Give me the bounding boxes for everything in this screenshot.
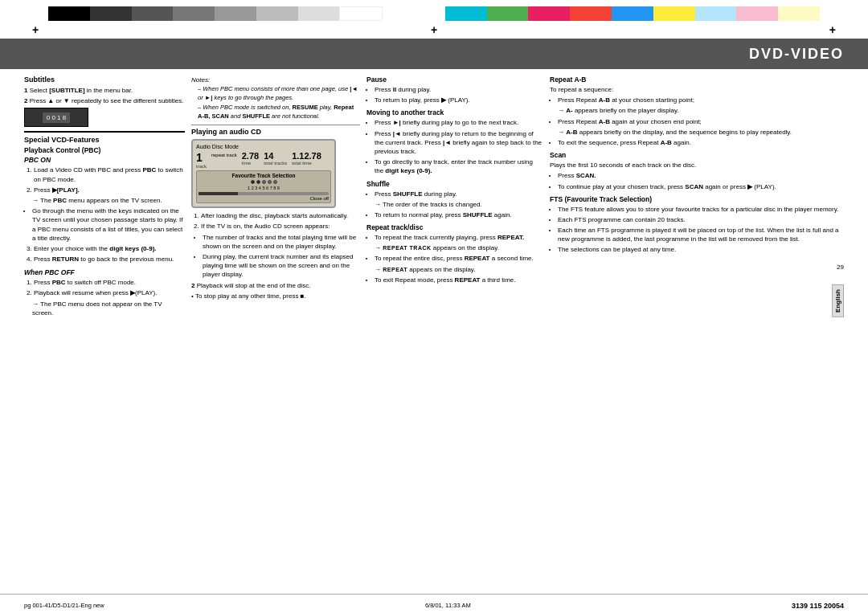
close-off-label: Close off — [309, 196, 329, 201]
fav-dot-2 — [256, 180, 260, 184]
fav-dot-1 — [251, 180, 255, 184]
audio-bullet1: The number of tracks and the total playi… — [203, 233, 360, 251]
shuffle-items: Press SHUFFLE during play. — [366, 190, 543, 198]
shuffle-item2: To return to normal play, press SHUFFLE … — [375, 210, 543, 219]
footer-product-code: 3139 115 20054 — [792, 602, 844, 610]
note1: When PBC menu consists of more than one … — [191, 85, 360, 102]
col-right: English Repeat A-B To repeat a sequence:… — [550, 76, 844, 587]
audio-step-playback: 2 Playback will stop at the end of the d… — [191, 281, 360, 290]
pbc-off-heading: When PBC OFF — [24, 268, 185, 276]
repeat-ab-intro: To repeat a sequence: — [550, 85, 844, 94]
header-bar: DVD-VIDEO — [0, 39, 868, 69]
registration-marks: + + + — [0, 21, 868, 39]
cd-track-num: 1 — [196, 151, 207, 164]
color-block-red — [570, 6, 612, 21]
subtitle-display: 0 0 1 8 — [24, 108, 88, 127]
moving-item2: Press |◄ briefly during play to return t… — [375, 129, 543, 157]
color-block-gray3 — [215, 6, 256, 21]
pbc-off-steps: Press PBC to switch off PBC mode. Playba… — [24, 278, 185, 297]
pbc-step4: Press RETURN to go back to the previous … — [34, 255, 185, 264]
cd-display-top: Audio Disc Mode — [196, 144, 331, 149]
color-block-ltpink — [736, 6, 778, 21]
pbc-arrow1: The PBC menu appears on the TV screen. — [24, 196, 185, 205]
note2: When PBC mode is switched on, RESUME pla… — [191, 104, 360, 121]
repeat-track-items: To repeat the track currently playing, p… — [366, 233, 543, 242]
pbc-on-steps: Load a Video CD with PBC and press PBC t… — [24, 166, 185, 194]
shuffle-items2: To return to normal play, press SHUFFLE … — [366, 210, 543, 219]
scan-intro: Plays the first 10 seconds of each track… — [550, 161, 844, 170]
audio-cd-bullets: The number of tracks and the total playi… — [191, 233, 360, 280]
cd-mode-label: Audio Disc Mode — [196, 144, 239, 149]
audio-bullet2: During play, the current track number an… — [203, 252, 360, 280]
cd-total-time-info: 1.12.78 total time — [292, 151, 321, 169]
subtitles-section: Subtitles 1 Select [SUBTITLE] in the men… — [24, 76, 185, 127]
footer: pg 001-41/D5-D1/21-Eng new 6/8/01, 11:33… — [0, 594, 868, 613]
fts-item4: The selections can be played at any time… — [558, 245, 844, 254]
pause-item2: To return to play, press ▶ (PLAY). — [375, 96, 543, 104]
moving-item1: Press ►| briefly during play to go to th… — [375, 118, 543, 127]
cd-display: Audio Disc Mode 1 track repeat track 2.7… — [191, 139, 336, 208]
color-block-dark — [90, 6, 132, 21]
pbc-off-step1: Press PBC to switch off PBC mode. — [34, 278, 185, 287]
scan-item2: To continue play at your chosen track, p… — [558, 182, 844, 191]
special-vcd-section: Special VCD-Features Playback Control (P… — [24, 131, 185, 317]
divider — [191, 125, 360, 125]
repeat-ab-items: Press Repeat A-B at your chosen starting… — [550, 96, 844, 104]
color-block-cyan — [445, 6, 487, 21]
subtitles-step2: 2 Press ▲ or ▼ repeatedly to see the dif… — [24, 96, 185, 105]
cd-total-tracks-info: 14 total tracks — [264, 151, 287, 169]
color-block-ltblue — [695, 6, 737, 21]
cd-fav-title: Favourite Track Selection — [199, 173, 329, 178]
reg-mark-left: + — [32, 24, 39, 35]
repeat-ab-item1: Press Repeat A-B at your chosen starting… — [558, 96, 844, 104]
fts-section: FTS (Favourite Track Selection) The FTS … — [550, 195, 844, 255]
subtitle-display-inner: 0 0 1 8 — [43, 112, 70, 123]
pbc-on-steps-cont: Enter your choice with the digit keys (0… — [24, 244, 185, 264]
repeat-ab-arrow2: A-B appears briefly on the display, and … — [550, 128, 844, 137]
audio-step1: After loading the disc, playback starts … — [201, 211, 360, 220]
repeat-track-section: Repeat track/disc To repeat the track cu… — [366, 223, 543, 284]
moving-track-heading: Moving to another track — [366, 108, 543, 116]
pause-heading: Pause — [366, 76, 543, 84]
pbc-off-arrow1: The PBC menu does not appear on the TV s… — [24, 300, 185, 317]
cd-fav-section: Favourite Track Selection 1 2 3 4 5 6 7 … — [196, 170, 331, 203]
color-block-ltyellow — [778, 6, 820, 21]
pbc-bullets: Go through the menu with the keys indica… — [24, 206, 185, 243]
scan-heading: Scan — [550, 151, 844, 159]
close-off-row: Close off — [199, 196, 329, 201]
repeat-item3: To exit Repeat mode, press REPEAT a thir… — [375, 276, 543, 284]
cd-time-info: 2.78 time — [242, 151, 259, 169]
cd-progress-bar — [199, 192, 238, 195]
cd-time-label: time — [242, 161, 259, 166]
cd-total-time: 1.12.78 — [292, 151, 321, 161]
subtitles-heading: Subtitles — [24, 76, 185, 84]
cd-track-label: track — [196, 164, 207, 169]
cd-total-tracks: 14 — [264, 151, 287, 161]
shuffle-arrow1: The order of the tracks is changed. — [366, 200, 543, 209]
main-content: Subtitles 1 Select [SUBTITLE] in the men… — [0, 69, 868, 594]
audio-step-stop: • To stop play at any other time, press … — [191, 292, 360, 300]
shuffle-section: Shuffle Press SHUFFLE during play. The o… — [366, 180, 543, 220]
col-mid-right: Pause Press II during play. To return to… — [366, 76, 543, 587]
col-mid-left: Notes: When PBC menu consists of more th… — [191, 76, 360, 587]
scan-items: Press SCAN. To continue play at your cho… — [550, 171, 844, 190]
repeat-ab-items2: Press Repeat A-B again at your chosen en… — [550, 117, 844, 126]
pbc-off-step2: Playback will resume when press ▶(PLAY). — [34, 288, 185, 297]
fav-dot-5 — [273, 180, 277, 184]
color-block-gray1 — [132, 6, 174, 21]
notes-section: Notes: When PBC menu consists of more th… — [191, 76, 360, 121]
audio-cd-steps: After loading the disc, playback starts … — [191, 211, 360, 231]
subtitles-step1: 1 Select [SUBTITLE] in the menu bar. — [24, 86, 185, 95]
reg-mark-center1: + — [431, 23, 437, 36]
color-block-green — [487, 6, 529, 21]
color-block-gray2 — [173, 6, 215, 21]
pause-item1: Press II during play. — [375, 85, 543, 94]
repeat-arrow2: REPEAT appears on the display. — [366, 265, 543, 274]
fts-item3: Each time an FTS programme is played it … — [558, 226, 844, 243]
notes-title: Notes: — [191, 76, 360, 84]
pause-section: Pause Press II during play. To return to… — [366, 76, 543, 104]
repeat-ab-item2: Press Repeat A-B again at your chosen en… — [558, 117, 844, 126]
color-block-black — [48, 6, 90, 21]
pbc-step2: Press ▶[PLAY]. — [34, 186, 185, 194]
footer-left: pg 001-41/D5-D1/21-Eng new — [24, 602, 104, 609]
